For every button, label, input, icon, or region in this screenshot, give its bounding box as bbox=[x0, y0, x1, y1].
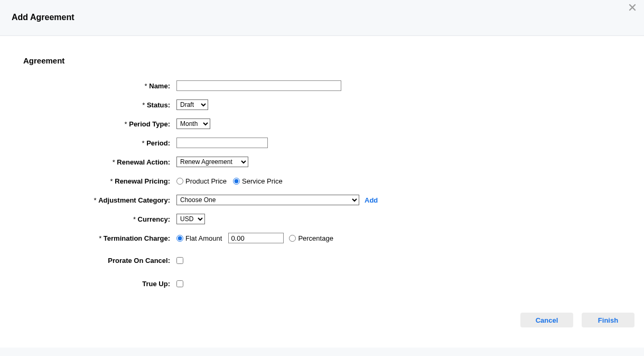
termination-flat-radio[interactable] bbox=[176, 235, 183, 242]
renewal-pricing-service-label: Service Price bbox=[242, 177, 283, 185]
renewal-pricing-product-label: Product Price bbox=[185, 177, 227, 185]
prorate-checkbox[interactable] bbox=[176, 257, 183, 264]
row-adjustment-category: * Adjustment Category: Choose One Add bbox=[23, 194, 621, 206]
row-status: * Status: Draft bbox=[23, 99, 621, 111]
row-prorate: Prorate On Cancel: bbox=[23, 254, 621, 266]
row-period-type: * Period Type: Month bbox=[23, 118, 621, 130]
name-input[interactable] bbox=[176, 80, 341, 91]
trueup-checkbox[interactable] bbox=[176, 280, 183, 287]
label-status: * Status: bbox=[23, 101, 176, 109]
label-currency: * Currency: bbox=[23, 215, 176, 223]
renewal-pricing-service-radio[interactable] bbox=[233, 178, 240, 185]
row-renewal-action: * Renewal Action: Renew Agreement bbox=[23, 156, 621, 168]
termination-pct-label: Percentage bbox=[298, 234, 333, 242]
row-trueup: True Up: bbox=[23, 278, 621, 289]
dialog-title: Add Agreement bbox=[12, 13, 644, 22]
dialog-footer: Cancel Finish bbox=[520, 313, 634, 327]
label-prorate: Prorate On Cancel: bbox=[23, 257, 176, 264]
renewal-action-select[interactable]: Renew Agreement bbox=[176, 157, 248, 167]
label-renewal-pricing: * Renewal Pricing: bbox=[23, 177, 176, 185]
label-adjustment-category: * Adjustment Category: bbox=[23, 196, 176, 204]
label-trueup: True Up: bbox=[23, 280, 176, 288]
finish-button[interactable]: Finish bbox=[582, 313, 634, 327]
row-termination-charge: * Termination Charge: Flat Amount Percen… bbox=[23, 232, 621, 244]
termination-amount-input[interactable] bbox=[228, 233, 284, 243]
dialog-header: Add Agreement bbox=[0, 0, 644, 36]
label-termination-charge: * Termination Charge: bbox=[23, 234, 176, 242]
termination-pct-radio[interactable] bbox=[289, 235, 296, 242]
row-name: * Name: bbox=[23, 80, 621, 92]
bottom-strip bbox=[0, 348, 644, 356]
agreement-form: * Name: * Status: Draft * Period Type: M… bbox=[23, 80, 621, 289]
label-renewal-action: * Renewal Action: bbox=[23, 158, 176, 166]
termination-flat-label: Flat Amount bbox=[185, 234, 222, 242]
row-period: * Period: bbox=[23, 137, 621, 149]
cancel-button[interactable]: Cancel bbox=[520, 313, 573, 327]
currency-select[interactable]: USD bbox=[176, 214, 205, 224]
section-title: Agreement bbox=[23, 56, 621, 65]
add-link[interactable]: Add bbox=[365, 196, 378, 204]
row-renewal-pricing: * Renewal Pricing: Product Price Service… bbox=[23, 175, 621, 187]
label-name: * Name: bbox=[23, 82, 176, 90]
close-icon[interactable] bbox=[627, 2, 638, 13]
status-select[interactable]: Draft bbox=[176, 99, 208, 110]
row-currency: * Currency: USD bbox=[23, 213, 621, 225]
renewal-pricing-product-radio[interactable] bbox=[176, 178, 183, 185]
dialog-body: Agreement * Name: * Status: Draft * Peri… bbox=[0, 36, 644, 307]
period-input[interactable] bbox=[176, 138, 268, 148]
adjustment-category-select[interactable]: Choose One bbox=[176, 195, 359, 205]
label-period: * Period: bbox=[23, 139, 176, 147]
label-period-type: * Period Type: bbox=[23, 120, 176, 128]
period-type-select[interactable]: Month bbox=[176, 118, 210, 129]
